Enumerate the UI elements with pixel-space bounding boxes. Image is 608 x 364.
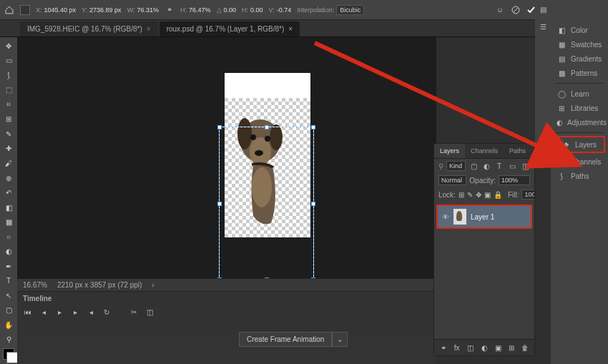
path-tool[interactable]: ↖ [1,290,16,302]
vskew-value[interactable]: -0.74 [277,6,292,14]
play-icon[interactable]: ▸ [54,307,64,317]
shape-tool[interactable]: ▢ [1,305,16,317]
panel-libraries[interactable]: ⊞Libraries [551,101,608,115]
eraser-tool[interactable]: ◧ [1,202,16,214]
close-icon[interactable]: × [147,25,151,33]
visibility-icon[interactable]: 👁 [441,212,451,222]
zoom-value[interactable]: 16.67% [23,281,47,289]
doc-dims: 2210 px x 3857 px (72 ppi) [57,281,142,289]
stamp-tool[interactable]: ⊕ [1,172,16,185]
tab-roux[interactable]: roux.psd @ 16.7% (Layer 1, RGB/8*)× [160,21,300,36]
reference-point-icon[interactable] [20,5,30,15]
mask-icon[interactable]: ◫ [466,343,475,353]
move-tool[interactable]: ✥ [1,40,16,52]
panel-adjustments[interactable]: ◐Adjustments [551,115,608,129]
blend-mode-select[interactable]: Normal [438,175,466,185]
panel-paths[interactable]: ⟆Paths [551,169,608,183]
chevron-right-icon[interactable]: › [152,281,154,289]
heal-tool[interactable]: ✚ [1,143,16,155]
gradient-tool[interactable]: ▦ [1,216,16,228]
adjustment-layer-icon[interactable]: ◐ [479,343,489,353]
chevron-right-icon[interactable]: » [531,144,535,154]
filter-smart-icon[interactable]: ◫ [520,161,530,171]
y-value[interactable]: 2736.89 px [89,6,122,14]
selection-tool[interactable]: ⬚ [1,84,16,97]
filter-adj-icon[interactable]: ◐ [481,161,491,171]
group-icon[interactable]: ▣ [494,343,503,353]
lock-pos-icon[interactable]: ✥ [476,190,481,200]
x-value[interactable]: 1045.40 px [44,6,77,14]
layer-name[interactable]: Layer 1 [471,213,494,221]
history-brush-tool[interactable]: ↶ [1,187,16,199]
panel-swatches[interactable]: ▦Swatches [551,37,608,51]
document-canvas[interactable] [225,73,310,237]
panel-patterns[interactable]: ▩Patterns [551,66,608,80]
panel-channels[interactable]: ◫Channels [551,154,608,169]
layers-tab[interactable]: Layers [434,144,465,158]
cut-icon[interactable]: ✂ [129,307,139,317]
lock-pixel-icon[interactable]: ✎ [467,190,473,200]
close-icon[interactable]: × [288,25,293,33]
link-icon[interactable]: ⚭ [165,5,175,15]
cancel-icon[interactable] [511,5,521,15]
marquee-tool[interactable]: ▭ [1,55,16,67]
next-frame-icon[interactable]: ▸ [70,307,80,317]
brush-tool[interactable]: 🖌 [1,157,16,169]
interp-select[interactable]: Bicubic [336,5,364,15]
lasso-tool[interactable]: ⟆ [1,69,16,82]
panel-layers[interactable]: ❖Layers [554,136,605,153]
frame-tool[interactable]: ⊞ [1,114,16,126]
opacity-value[interactable]: 100% [499,175,530,185]
puppet-icon[interactable]: ☺ [495,5,505,15]
dodge-tool[interactable]: ◐ [1,245,16,257]
filter-shape-icon[interactable]: ▭ [507,161,517,171]
w-value[interactable]: 76.31% [137,6,159,14]
link-layers-icon[interactable]: ⚭ [438,343,448,353]
lock-all-icon[interactable]: 🔒 [494,190,502,200]
h-value[interactable]: 76.47% [189,6,211,14]
properties-icon[interactable]: ☰ [538,21,548,31]
canvas-area[interactable] [17,37,436,278]
loop-icon[interactable]: ↻ [102,307,112,317]
layer-row[interactable]: 👁 Layer 1 [436,205,532,229]
paths-tab[interactable]: Paths [504,144,531,158]
home-icon[interactable] [4,5,14,15]
history-icon[interactable]: ▤ [538,4,548,14]
create-animation-dropdown[interactable]: ⌄ [332,332,348,347]
fill-value[interactable]: 100% [521,190,535,200]
blur-tool[interactable]: ○ [1,231,16,243]
prev-frame-icon[interactable]: ◂ [39,307,49,317]
panel-gradients[interactable]: ▤Gradients [551,51,608,66]
zoom-tool[interactable]: ⚲ [1,334,16,346]
crop-tool[interactable]: ⌗ [1,99,16,111]
audio-icon[interactable]: ◂ [86,307,96,317]
right-panel-strip: ◧Color ▦Swatches ▤Gradients ▩Patterns ◯L… [551,0,608,364]
patterns-icon: ▩ [556,68,567,78]
pen-tool[interactable]: ✒ [1,260,16,272]
tab-img5928[interactable]: IMG_5928.HEIC @ 16.7% (RGB/8*)× [20,21,158,36]
first-frame-icon[interactable]: ⏮ [23,307,33,317]
panel-color[interactable]: ◧Color [551,23,608,37]
eyedropper-tool[interactable]: ✎ [1,128,16,140]
create-animation-button[interactable]: Create Frame Animation [239,332,332,347]
color-swatches[interactable] [3,348,14,360]
new-layer-icon[interactable]: ⊞ [507,343,516,353]
lock-trans-icon[interactable]: ⊞ [459,190,464,200]
filter-pixel-icon[interactable]: ▢ [469,161,479,171]
panel-label: Layers [575,141,597,149]
timeline-title: Timeline [17,292,436,305]
type-tool[interactable]: T [1,275,16,287]
hand-tool[interactable]: ✋ [1,319,16,331]
filter-kind-select[interactable]: Kind [446,161,466,171]
hskew-value[interactable]: 0.00 [250,6,263,14]
layer-thumbnail[interactable] [453,209,466,225]
transition-icon[interactable]: ◫ [144,307,155,317]
angle-value[interactable]: 0.00 [224,6,237,14]
channels-tab[interactable]: Channels [465,144,504,158]
lock-artboard-icon[interactable]: ▣ [484,190,491,200]
filter-type-icon[interactable]: T [494,161,504,171]
delete-layer-icon[interactable]: 🗑 [521,343,530,353]
panel-learn[interactable]: ◯Learn [551,87,608,101]
svg-line-1 [514,8,518,12]
fx-icon[interactable]: fx [452,343,461,353]
